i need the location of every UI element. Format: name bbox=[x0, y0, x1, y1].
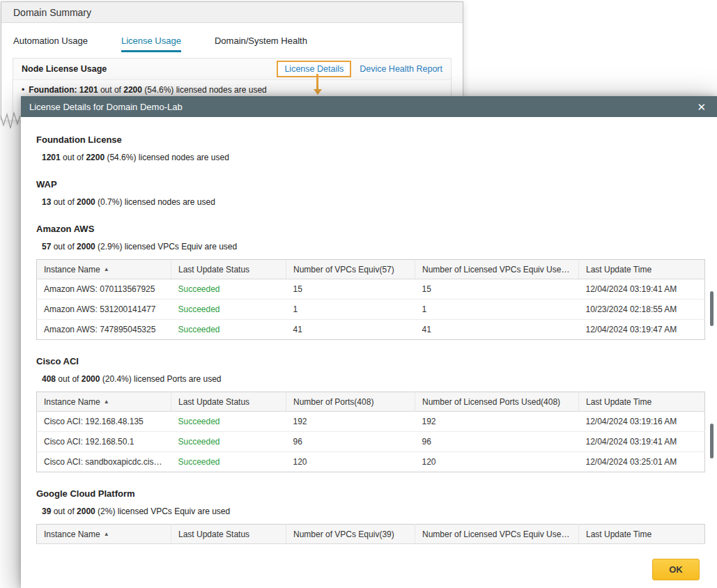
table-cell: Amazon AWS: 531200141477 bbox=[37, 300, 171, 320]
column-header[interactable]: Last Update Status bbox=[171, 260, 286, 279]
panel-header: Node License Usage License Details Devic… bbox=[13, 59, 451, 80]
column-header[interactable]: Number of Licensed Ports Used(408) bbox=[415, 392, 579, 412]
table-row: Cisco ACI: 192.168.48.135Succeeded192192… bbox=[37, 412, 705, 432]
section-heading: WAP bbox=[36, 179, 705, 189]
table-row: Amazon AWS: 531200141477Succeeded1110/23… bbox=[37, 300, 705, 320]
sort-asc-icon: ▲ bbox=[104, 266, 109, 272]
tab-bar: Automation Usage License Usage Domain/Sy… bbox=[1, 36, 463, 52]
usage-mid: out of bbox=[98, 85, 124, 95]
table-cell: 41 bbox=[286, 320, 415, 340]
column-header[interactable]: Last Update Time bbox=[579, 392, 705, 412]
callout-arrow-line bbox=[316, 74, 318, 89]
table-cell: 192 bbox=[415, 412, 579, 432]
table-scrollbar[interactable] bbox=[710, 424, 714, 458]
table-cell: 192 bbox=[286, 412, 415, 432]
table-cell: 1 bbox=[286, 300, 415, 320]
table-cell: 12/04/2024 03:19:41 AM bbox=[579, 279, 705, 300]
foundation-usage-line: •Foundation: 1201 out of 2200 (54.6%) li… bbox=[22, 85, 442, 95]
table-row: Cisco ACI: 192.168.50.1Succeeded969612/0… bbox=[37, 432, 705, 452]
table-cell: Cisco ACI: 192.168.48.135 bbox=[37, 412, 171, 432]
table-header-row: Instance Name▲Last Update StatusNumber o… bbox=[37, 260, 705, 279]
table-cell: 96 bbox=[415, 432, 579, 452]
table-header-row: Instance Name▲Last Update StatusNumber o… bbox=[37, 392, 705, 412]
table-cell: 12/04/2024 03:19:41 AM bbox=[579, 432, 705, 452]
sort-asc-icon: ▲ bbox=[104, 399, 109, 405]
table-cell: Amazon AWS: 070113567925 bbox=[37, 279, 171, 300]
column-header[interactable]: Instance Name▲ bbox=[37, 260, 171, 279]
table-cell: Succeeded bbox=[171, 320, 286, 340]
column-header[interactable]: Last Update Time bbox=[579, 525, 705, 544]
ok-button[interactable]: OK bbox=[652, 559, 700, 580]
column-header[interactable]: Last Update Status bbox=[171, 392, 286, 412]
table-cell: Succeeded bbox=[171, 300, 286, 320]
column-header[interactable]: Instance Name▲ bbox=[37, 392, 171, 412]
license-details-modal: License Details for Domain Demo-Lab ✕ Fo… bbox=[21, 96, 717, 588]
section-heading: Google Cloud Platform bbox=[36, 488, 705, 499]
tab-license-usage[interactable]: License Usage bbox=[121, 36, 181, 52]
license-section: Amazon AWS57 out of 2000 (2.9%) licensed… bbox=[36, 224, 705, 340]
table-cell: Amazon AWS: 747895045325 bbox=[37, 320, 171, 340]
table-header-row: Instance Name▲Last Update StatusNumber o… bbox=[37, 525, 705, 544]
table-cell: 12/04/2024 03:19:16 AM bbox=[579, 412, 705, 432]
table-scrollbar[interactable] bbox=[710, 291, 714, 326]
column-header[interactable]: Number of Licensed VPCs Equiv Used(5... bbox=[415, 260, 579, 279]
table-cell: 1 bbox=[415, 300, 579, 320]
table-cell: 120 bbox=[415, 452, 579, 472]
usage-used: 1201 bbox=[79, 85, 98, 95]
column-header[interactable]: Number of VPCs Equiv(57) bbox=[286, 260, 415, 279]
tab-domain-system-health[interactable]: Domain/System Health bbox=[215, 36, 307, 52]
table-cell: Succeeded bbox=[171, 452, 286, 472]
usage-label: Foundation: bbox=[29, 85, 77, 95]
license-table: Instance Name▲Last Update StatusNumber o… bbox=[36, 524, 705, 544]
table-row: Cisco ACI: sandboxapicdc.cisco.cSucceede… bbox=[37, 452, 705, 472]
column-header[interactable]: Number of Licensed VPCs Equiv Used(3... bbox=[415, 525, 579, 544]
sort-asc-icon: ▲ bbox=[104, 531, 109, 537]
table-cell: 12/04/2024 03:19:47 AM bbox=[579, 320, 705, 340]
column-header[interactable]: Instance Name▲ bbox=[37, 525, 171, 544]
table-cell: Succeeded bbox=[171, 412, 286, 432]
table-cell: 15 bbox=[415, 279, 579, 300]
table-cell: 41 bbox=[415, 320, 579, 340]
callout-arrow bbox=[313, 74, 322, 95]
column-header[interactable]: Last Update Status bbox=[171, 525, 286, 544]
table-cell: 120 bbox=[286, 452, 415, 472]
modal-footer: OK bbox=[21, 550, 717, 588]
table-cell: Cisco ACI: sandboxapicdc.cisco.c bbox=[37, 452, 171, 472]
table-cell: Succeeded bbox=[171, 279, 286, 300]
usage-line: 1201 out of 2200 (54.6%) licensed nodes … bbox=[42, 153, 705, 163]
usage-line: 13 out of 2000 (0.7%) licensed nodes are… bbox=[42, 197, 705, 208]
table-row: Amazon AWS: 747895045325Succeeded414112/… bbox=[37, 320, 705, 340]
table-cell: Succeeded bbox=[171, 432, 286, 452]
column-header[interactable]: Number of VPCs Equiv(39) bbox=[286, 525, 415, 544]
device-health-report-link[interactable]: Device Health Report bbox=[360, 64, 442, 74]
table-cell: Cisco ACI: 192.168.50.1 bbox=[37, 432, 171, 452]
modal-title: License Details for Domain Demo-Lab bbox=[29, 102, 694, 112]
table-cell: 96 bbox=[286, 432, 415, 452]
torn-edge-decoration bbox=[0, 110, 22, 134]
bullet-icon: • bbox=[22, 85, 24, 95]
license-table: Instance Name▲Last Update StatusNumber o… bbox=[36, 392, 705, 472]
column-header[interactable]: Number of Ports(408) bbox=[286, 392, 415, 412]
column-header[interactable]: Last Update Time bbox=[579, 260, 705, 279]
usage-line: 408 out of 2000 (20.4%) licensed Ports a… bbox=[42, 374, 705, 385]
table-cell: 12/04/2024 03:25:01 AM bbox=[579, 452, 705, 472]
usage-line: 57 out of 2000 (2.9%) licensed VPCs Equi… bbox=[42, 242, 705, 252]
license-table: Instance Name▲Last Update StatusNumber o… bbox=[36, 259, 705, 340]
panel-title: Node License Usage bbox=[22, 64, 277, 74]
section-heading: Foundation License bbox=[36, 134, 705, 145]
section-heading: Amazon AWS bbox=[36, 224, 705, 234]
license-section: Foundation License1201 out of 2200 (54.6… bbox=[36, 134, 705, 163]
window-title: Domain Summary bbox=[13, 7, 91, 18]
license-section: Google Cloud Platform39 out of 2000 (2%)… bbox=[36, 488, 705, 544]
domain-summary-titlebar: Domain Summary bbox=[1, 2, 463, 23]
table-row: Amazon AWS: 070113567925Succeeded151512/… bbox=[37, 279, 705, 300]
table-cell: 10/23/2024 02:18:55 AM bbox=[579, 300, 705, 320]
usage-rest: (54.6%) licensed nodes are used bbox=[142, 85, 267, 95]
tab-automation-usage[interactable]: Automation Usage bbox=[13, 36, 88, 52]
modal-body: Foundation License1201 out of 2200 (54.6… bbox=[21, 117, 717, 550]
table-cell: 15 bbox=[286, 279, 415, 300]
callout-arrow-head bbox=[314, 89, 322, 95]
section-heading: Cisco ACI bbox=[36, 356, 705, 366]
close-icon[interactable]: ✕ bbox=[694, 100, 709, 114]
modal-header: License Details for Domain Demo-Lab ✕ bbox=[21, 96, 717, 117]
